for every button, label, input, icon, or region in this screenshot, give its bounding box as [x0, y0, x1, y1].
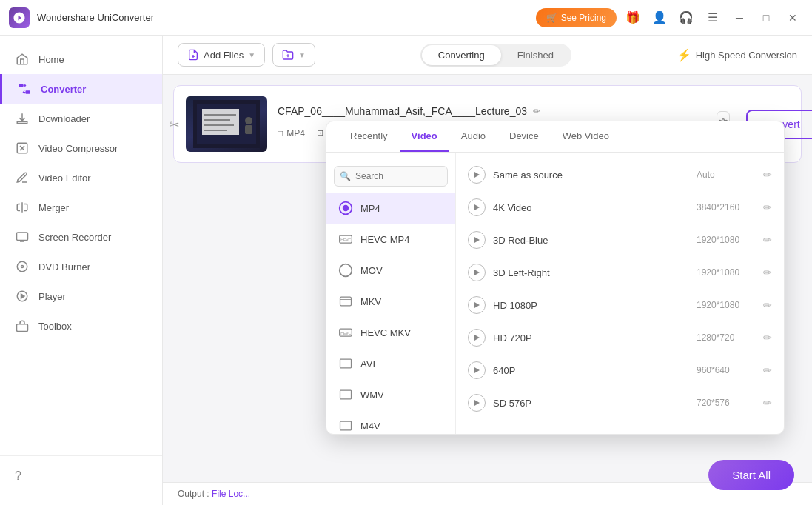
- thumbnail-svg: [193, 100, 260, 148]
- sidebar-label-dvd: DVD Burner: [38, 261, 90, 272]
- headset-icon[interactable]: 🎧: [676, 7, 697, 28]
- player-icon: [15, 289, 30, 304]
- sidebar-label-home: Home: [38, 54, 64, 65]
- edit-icon-same[interactable]: ✏: [763, 169, 772, 181]
- tab-audio[interactable]: Audio: [449, 121, 497, 152]
- format-right-640p[interactable]: 640P 960*640 ✏: [456, 354, 784, 387]
- svg-rect-3: [17, 233, 28, 241]
- svg-point-4: [17, 261, 27, 272]
- format-right-hd-720p[interactable]: HD 720P 1280*720 ✏: [456, 321, 784, 354]
- format-right-3d-left-right[interactable]: 3D Left-Right 1920*1080 ✏: [456, 256, 784, 289]
- tab-web-video[interactable]: Web Video: [551, 121, 621, 152]
- format-left-panel: 🔍 MP4 HEVC: [326, 153, 456, 434]
- compress-icon: [15, 141, 30, 155]
- edit-icon-3drb[interactable]: ✏: [763, 234, 772, 246]
- svg-marker-32: [474, 270, 480, 275]
- menu-icon[interactable]: ☰: [702, 7, 723, 28]
- format-tabs: Recently Video Audio Device Web Video: [326, 121, 784, 153]
- add-files-button[interactable]: Add Files ▼: [178, 43, 265, 67]
- format-left-hevc-mp4[interactable]: HEVC HEVC MP4: [326, 224, 455, 255]
- gift-icon[interactable]: 🎁: [623, 7, 643, 28]
- sidebar-item-converter[interactable]: Converter: [0, 74, 162, 104]
- play-icon-3dlr: [468, 264, 486, 281]
- toolbar: Add Files ▼ ▼ Converting Finished ⚡ High…: [163, 36, 812, 75]
- sidebar-item-home[interactable]: Home: [0, 44, 162, 74]
- search-wrap: 🔍: [334, 166, 448, 187]
- edit-icon-hd1080[interactable]: ✏: [763, 299, 772, 311]
- sidebar-item-video-compressor[interactable]: Video Compressor: [0, 133, 162, 163]
- finished-tab[interactable]: Finished: [501, 45, 570, 65]
- help-button[interactable]: ?: [0, 464, 162, 489]
- titlebar: Wondershare UniConverter 🛒 See Pricing 🎁…: [0, 0, 812, 36]
- add-folder-button[interactable]: ▼: [272, 43, 315, 67]
- sidebar-item-merger[interactable]: Merger: [0, 193, 162, 222]
- edit-icon-4k[interactable]: ✏: [763, 201, 772, 213]
- format-right-3d-red-blue[interactable]: 3D Red-Blue 1920*1080 ✏: [456, 224, 784, 256]
- account-icon[interactable]: 👤: [649, 7, 670, 28]
- sidebar-item-player[interactable]: Player: [0, 281, 162, 311]
- svg-rect-16: [245, 125, 252, 134]
- svg-text:HEVC: HEVC: [340, 238, 351, 242]
- sidebar-item-downloader[interactable]: Downloader: [0, 104, 162, 133]
- edit-icon-3dlr[interactable]: ✏: [763, 267, 772, 278]
- tab-toggle-area: Converting Finished: [323, 44, 669, 67]
- format-body: 🔍 MP4 HEVC: [326, 153, 784, 434]
- edit-icon-hd720[interactable]: ✏: [763, 332, 772, 344]
- format-left-m4v[interactable]: M4V: [326, 410, 455, 434]
- format-left-mov[interactable]: MOV: [326, 255, 455, 286]
- format-right-4k[interactable]: 4K Video 3840*2160 ✏: [456, 191, 784, 224]
- svg-marker-29: [474, 172, 480, 178]
- close-button[interactable]: ✕: [782, 7, 803, 28]
- sidebar-item-dvd-burner[interactable]: DVD Burner: [0, 252, 162, 281]
- format-left-mp4[interactable]: MP4: [326, 193, 455, 224]
- edit-icon-576[interactable]: ✏: [763, 397, 772, 409]
- scissors-icon[interactable]: ✂: [170, 117, 179, 131]
- sidebar-label-toolbox: Toolbox: [38, 321, 72, 332]
- mp4-icon: [337, 199, 355, 217]
- hevc-mp4-icon: HEVC: [337, 230, 355, 248]
- svg-marker-31: [474, 237, 480, 243]
- play-icon-same: [468, 166, 486, 184]
- format-left-wmv[interactable]: WMV: [326, 379, 455, 410]
- see-pricing-button[interactable]: 🛒 See Pricing: [536, 8, 617, 27]
- tab-device[interactable]: Device: [497, 121, 551, 152]
- format-left-hevc-mkv[interactable]: HEVC HEVC MKV: [326, 317, 455, 348]
- format-left-avi[interactable]: AVI: [326, 348, 455, 379]
- sidebar-bottom: ?: [0, 455, 162, 496]
- start-all-button[interactable]: Start All: [708, 460, 794, 490]
- edit-icon: [15, 170, 30, 185]
- high-speed-toggle[interactable]: ⚡ High Speed Conversion: [677, 48, 797, 62]
- edit-icon-640[interactable]: ✏: [763, 364, 772, 376]
- sidebar-item-video-editor[interactable]: Video Editor: [0, 163, 162, 193]
- sidebar-item-screen-recorder[interactable]: Screen Recorder: [0, 222, 162, 252]
- converting-tab[interactable]: Converting: [422, 45, 501, 65]
- format-icon: □: [278, 128, 283, 138]
- sidebar-item-toolbox[interactable]: Toolbox: [0, 311, 162, 341]
- format-left-mkv[interactable]: MKV: [326, 286, 455, 317]
- wmv-icon: [337, 386, 355, 404]
- format-dropdown: Recently Video Audio Device Web Video 🔍: [326, 121, 785, 435]
- format-search-input[interactable]: [334, 166, 448, 187]
- add-files-chevron: ▼: [248, 51, 255, 59]
- format-right-sd-576p[interactable]: SD 576P 720*576 ✏: [456, 387, 784, 419]
- maximize-button[interactable]: □: [756, 7, 776, 28]
- format-right-same-as-source[interactable]: Same as source Auto ✏: [456, 158, 784, 191]
- format-right-hd-1080p[interactable]: HD 1080P 1920*1080 ✏: [456, 289, 784, 321]
- svg-marker-34: [474, 335, 480, 341]
- tab-video[interactable]: Video: [400, 121, 449, 152]
- svg-text:HEVC: HEVC: [340, 331, 351, 335]
- add-folder-chevron: ▼: [298, 51, 306, 59]
- sidebar-label-compressor: Video Compressor: [38, 143, 118, 154]
- mkv-icon: [337, 292, 355, 310]
- file-name-edit-icon[interactable]: ✏: [533, 106, 540, 116]
- app-logo: [9, 7, 30, 28]
- app-title: Wondershare UniConverter: [37, 12, 536, 23]
- file-thumbnail: [186, 96, 267, 152]
- main-content: Add Files ▼ ▼ Converting Finished ⚡ High…: [163, 36, 812, 505]
- tab-recently[interactable]: Recently: [338, 121, 400, 152]
- add-file-icon: [187, 49, 199, 61]
- minimize-button[interactable]: ─: [729, 7, 750, 28]
- merge-icon: [15, 200, 30, 215]
- play-icon-hd1080: [468, 296, 486, 314]
- converter-icon: [17, 81, 32, 96]
